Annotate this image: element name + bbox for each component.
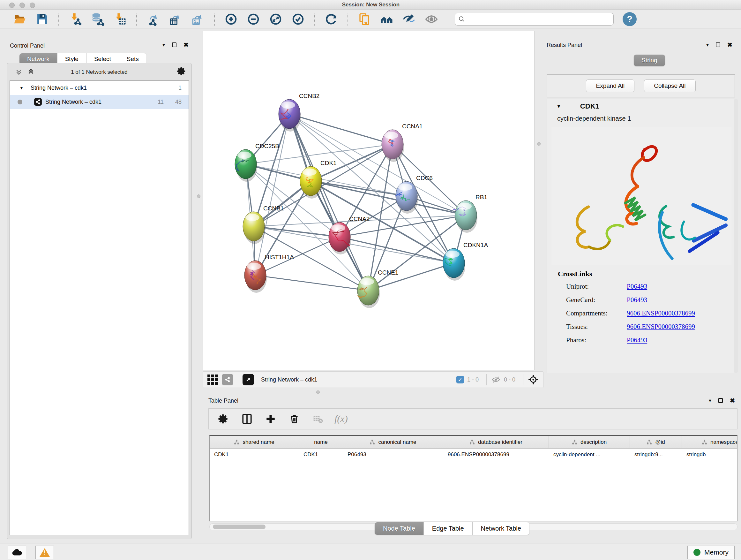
network-edge[interactable] — [340, 237, 454, 263]
panel-menu-icon[interactable]: ▾ — [706, 42, 709, 48]
network-collection-row[interactable]: ▼ String Network – cdk1 1 — [10, 81, 189, 95]
save-session-icon[interactable] — [34, 12, 51, 26]
options-gear-icon[interactable] — [177, 66, 186, 76]
column-header-database-identifier[interactable]: database identifier — [443, 436, 549, 448]
column-header-at-id[interactable]: @id — [630, 436, 682, 448]
hidden-eye-icon[interactable] — [491, 375, 501, 384]
eye-icon[interactable] — [423, 12, 440, 26]
memory-button[interactable]: Memory — [687, 546, 735, 559]
crosslink-link[interactable]: 9606.ENSP00000378699 — [627, 309, 695, 317]
help-button[interactable]: ? — [623, 12, 636, 26]
export-network-icon[interactable] — [145, 12, 161, 26]
network-edge[interactable] — [254, 226, 340, 237]
export-table-icon[interactable] — [167, 12, 184, 26]
collapse-triangle-icon[interactable]: ▼ — [556, 104, 561, 109]
network-row-selected[interactable]: String Network – cdk1 11 48 — [10, 95, 189, 109]
expand-all-button[interactable]: Expand All — [586, 79, 634, 92]
table-cell[interactable]: cyclin-dependent ... — [549, 449, 630, 462]
add-column-icon[interactable] — [264, 412, 278, 426]
column-header-shared-name[interactable]: shared name — [210, 436, 299, 448]
splitter-handle[interactable] — [537, 142, 541, 145]
panel-menu-icon[interactable]: ▾ — [162, 42, 165, 48]
collapse-all-button[interactable]: Collapse All — [644, 79, 695, 92]
selected-checkbox-icon[interactable]: ✓ — [456, 376, 464, 383]
refresh-icon[interactable] — [323, 12, 340, 26]
zoom-in-icon[interactable] — [223, 12, 239, 26]
documents-icon[interactable] — [356, 12, 373, 26]
collapse-triangle-icon[interactable]: ▼ — [19, 85, 23, 90]
table-cell[interactable]: CDK1 — [210, 449, 299, 462]
network-edge[interactable] — [368, 263, 454, 291]
network-node-ccna1[interactable]: CCNA1 — [382, 123, 422, 162]
show-columns-icon[interactable] — [240, 412, 254, 426]
birds-eye-icon[interactable] — [528, 374, 539, 385]
crosslink-link[interactable]: 9606.ENSP00000378699 — [627, 323, 695, 331]
zoom-out-icon[interactable] — [245, 12, 262, 26]
panel-close-icon[interactable]: ✖ — [730, 398, 735, 403]
panel-float-icon[interactable] — [716, 43, 720, 47]
detach-view-icon[interactable] — [243, 374, 254, 385]
column-header-canonical-name[interactable]: canonical name — [343, 436, 443, 448]
column-header-namespace[interactable]: namespace — [682, 436, 738, 448]
table-cell[interactable]: 9606.ENSP00000378699 — [443, 449, 549, 462]
search-input[interactable] — [468, 16, 605, 22]
delete-table-icon[interactable] — [311, 412, 325, 426]
network-node-rb1[interactable]: RB1 — [453, 194, 487, 233]
annotation-eye-icon[interactable] — [401, 12, 417, 26]
network-node-cdc6[interactable]: CDC6 — [395, 175, 433, 213]
search-box[interactable] — [455, 13, 614, 25]
tab-node-table[interactable]: Node Table — [375, 522, 424, 535]
open-file-icon[interactable] — [11, 12, 28, 26]
network-edge[interactable] — [246, 164, 407, 196]
result-node-name: CDK1 — [580, 102, 599, 111]
zoom-fit-icon[interactable] — [267, 12, 284, 26]
import-network-file-icon[interactable] — [67, 12, 84, 26]
network-node-cdkn1a[interactable]: CDKN1A — [443, 242, 488, 281]
panel-float-icon[interactable] — [172, 43, 177, 47]
results-scrollbar[interactable] — [734, 99, 738, 373]
crosslink-link[interactable]: P06493 — [627, 296, 647, 304]
network-edge[interactable] — [311, 181, 466, 215]
import-table-icon[interactable] — [112, 12, 128, 26]
export-image-icon[interactable] — [190, 12, 206, 26]
scrollbar-thumb[interactable] — [213, 524, 266, 529]
splitter-handle[interactable] — [197, 194, 200, 198]
zoom-selected-icon[interactable] — [290, 12, 307, 26]
home-icon[interactable] — [379, 12, 395, 26]
network-node-ccne1[interactable]: CCNE1 — [357, 269, 398, 308]
delete-column-icon[interactable] — [287, 412, 301, 426]
network-edge[interactable] — [255, 275, 368, 291]
cloud-status-button[interactable] — [8, 546, 26, 559]
table-cell[interactable]: CDK1 — [299, 449, 343, 462]
warning-status-button[interactable] — [36, 546, 54, 559]
table-cell[interactable]: stringdb — [682, 449, 738, 462]
panel-close-icon[interactable]: ✖ — [184, 43, 189, 47]
network-edge[interactable] — [289, 114, 393, 144]
share-view-icon[interactable] — [222, 374, 233, 385]
panel-close-icon[interactable]: ✖ — [727, 43, 732, 47]
network-canvas[interactable]: CCNB2CCNA1CDC25BCDK1CDC6RB1CCNB1CCNA2CDK… — [203, 31, 535, 370]
tab-network-table[interactable]: Network Table — [473, 522, 529, 535]
column-header-description[interactable]: description — [549, 436, 630, 448]
network-node-ccnb2[interactable]: CCNB2 — [279, 92, 320, 132]
crosslink-link[interactable]: P06493 — [627, 336, 647, 344]
tab-string[interactable]: String — [634, 55, 665, 66]
node-label: CCNE1 — [378, 269, 398, 276]
column-header-name[interactable]: name — [299, 436, 343, 448]
network-edge[interactable] — [289, 114, 466, 215]
function-builder-icon[interactable]: f(x) — [334, 412, 348, 426]
table-cell[interactable]: P06493 — [343, 449, 443, 462]
panel-menu-icon[interactable]: ▾ — [709, 397, 711, 403]
network-edge[interactable] — [255, 114, 289, 275]
network-edge[interactable] — [289, 114, 368, 291]
table-cell[interactable]: stringdb:9... — [630, 449, 682, 462]
splitter-handle[interactable] — [316, 390, 320, 394]
table-options-gear-icon[interactable] — [216, 412, 230, 426]
import-network-database-icon[interactable] — [89, 12, 106, 26]
panel-float-icon[interactable] — [718, 398, 723, 403]
crosslink-link[interactable]: P06493 — [627, 283, 647, 291]
tab-edge-table[interactable]: Edge Table — [424, 522, 473, 535]
grid-view-icon[interactable] — [207, 374, 218, 385]
network-node-hist1h1a[interactable]: HIST1H1A — [245, 254, 294, 293]
table-row[interactable]: CDK1CDK1P064939606.ENSP00000378699cyclin… — [210, 449, 737, 462]
